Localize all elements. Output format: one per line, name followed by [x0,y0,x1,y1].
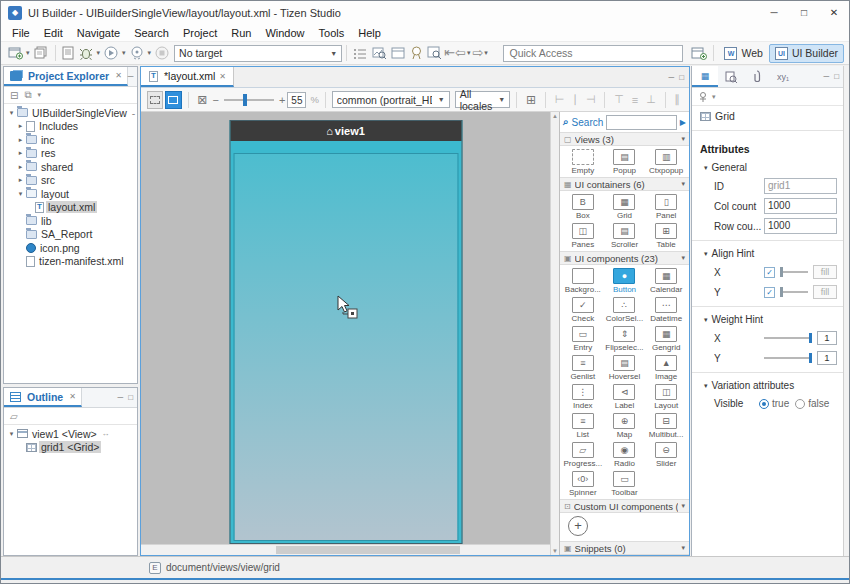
zoom-out-button[interactable]: − [212,94,218,106]
slider-thumb[interactable] [780,287,783,297]
search-dialog-button[interactable] [425,43,444,63]
menu-tools[interactable]: Tools [312,25,352,41]
chevron-down-icon[interactable]: ▾ [681,544,685,552]
window-view-button[interactable] [389,43,408,63]
menu-help[interactable]: Help [351,25,388,41]
close-window-button[interactable]: ✕ [819,1,849,25]
zoom-slider[interactable] [224,93,274,107]
tree-item-sa-report[interactable]: SA_Report [4,228,137,242]
align-bottom-button[interactable]: ⊥ [643,93,659,106]
new-wizard-button[interactable] [6,43,25,63]
palette-item-label[interactable]: ⊲Label [604,382,646,411]
visible-option-true[interactable]: true [759,398,789,409]
right-trim-bar[interactable] [843,66,849,556]
debug-button[interactable] [77,43,96,63]
palette-item-panes[interactable]: ◫Panes [562,221,604,250]
stop-button[interactable] [153,43,172,63]
tree-item-res[interactable]: ▸res [4,147,137,161]
mark-occurrences-button[interactable] [351,43,370,63]
palette-item-spinner[interactable]: ‹0›Spinner [562,469,604,498]
vertical-scrollbar[interactable]: ▲ ▼ [550,112,559,555]
tree-item-inc[interactable]: ▸inc [4,133,137,147]
menu-search[interactable]: Search [127,25,176,41]
palette-item-layout[interactable]: ◫Layout [645,382,687,411]
profile-button[interactable] [128,43,147,63]
palette-item-slider[interactable]: ⊖Slider [645,440,687,469]
palette-item-popup[interactable]: ▤Popup [604,147,646,176]
section-align-hint[interactable]: ▾Align Hint [692,245,843,262]
back-button[interactable]: ⇦ [455,43,466,63]
menu-project[interactable]: Project [176,25,224,41]
palette-item-gengrid[interactable]: ▦Gengrid [645,324,687,353]
minimize-window-button[interactable]: ─ [759,1,789,25]
close-tab-icon[interactable]: ✕ [219,72,226,81]
device-preview[interactable]: ⌂ view1 [229,120,462,544]
save-all-button[interactable] [32,43,51,63]
palette-section-ui-containers-6[interactable]: ▦UI containers (6)▾ [560,177,689,191]
align-right-button[interactable]: ⊣ [583,93,599,106]
maximize-view-button[interactable]: □ [128,393,133,402]
chevron-down-icon[interactable]: ▾ [7,430,16,438]
align-x-value[interactable]: fill [813,265,837,279]
palette-item-calendar[interactable]: ▦Calendar [645,266,687,295]
col-count-input[interactable]: 1000 [764,198,837,214]
section-weight-hint[interactable]: ▾Weight Hint [692,311,843,328]
resolution-combo[interactable]: common (portrait_HD)▼ [332,91,450,108]
scroll-down-icon[interactable]: ▼ [552,548,558,554]
palette-item-image[interactable]: ▲Image [645,353,687,382]
align-x-slider[interactable] [780,266,808,278]
palette-item-button[interactable]: ●Button [604,266,646,295]
palette-item-ctxpopup[interactable]: ▥Ctxpopup [645,147,687,176]
tree-item-layout-xml[interactable]: layout.xml [4,201,137,215]
target-combo[interactable]: No target▼ [174,45,342,62]
link-with-editor-button[interactable]: ⧉ [24,89,31,101]
palette-item-list[interactable]: ≡List [562,411,604,440]
palette-item-table[interactable]: ⊞Table [645,221,687,250]
analyze-button[interactable] [370,43,389,63]
outline-item-grid1[interactable]: grid1 <Grid> [4,441,137,455]
palette-search-input[interactable] [606,115,677,130]
outline-item-view1[interactable]: ▾view1 <View>↔ [4,427,137,441]
tab-attributes[interactable]: ▦ [692,66,718,87]
weight-y-slider[interactable] [764,352,812,364]
last-edit-location-button[interactable]: ⇤ [444,43,455,63]
run-menu-caret[interactable]: ▾ [122,49,126,57]
view-menu-caret[interactable]: ▾ [38,91,42,99]
minimize-view-button[interactable]: ─ [117,393,123,402]
palette-item-panel[interactable]: ▯Panel [645,192,687,221]
tree-item-lib[interactable]: lib [4,214,137,228]
source-view-toggle[interactable] [147,91,163,109]
palette-item-radio[interactable]: ◉Radio [604,440,646,469]
chevron-down-icon[interactable]: ▾ [681,135,685,143]
slider-thumb[interactable] [809,353,812,363]
palette-item-entry[interactable]: ▭Entry [562,324,604,353]
show-grid-button[interactable]: ⊞ [523,93,539,107]
align-top-button[interactable]: ⊤ [611,93,627,106]
open-perspective-button[interactable] [689,43,709,63]
new-wizard-menu-caret[interactable]: ▾ [26,49,30,57]
palette-item-flipselec[interactable]: ⇕Flipselec... [604,324,646,353]
palette-item-toolbar[interactable]: ▭Toolbar [604,469,646,498]
palette-item-genlist[interactable]: ≡Genlist [562,353,604,382]
section-variation-attributes[interactable]: ▾Variation attributes [692,377,843,394]
align-y-checkbox[interactable]: ✓ [764,287,775,298]
tab-project-explorer[interactable]: Project Explorer ✕ [4,67,128,86]
scroll-up-icon[interactable]: ▲ [552,113,558,119]
forward-button[interactable]: ⇨ [472,43,483,63]
debug-menu-caret[interactable]: ▾ [97,49,101,57]
chevron-down-icon[interactable]: ▾ [681,180,685,188]
palette-item-map[interactable]: ⊕Map [604,411,646,440]
align-y-slider[interactable] [780,286,808,298]
align-center-button[interactable]: ∣ [569,93,581,106]
palette-section-views-3[interactable]: ▢Views (3)▾ [560,132,689,146]
palette-item-check[interactable]: ✓Check [562,295,604,324]
palette-section-snippets-0[interactable]: ▣Snippets (0)▾ [560,541,689,555]
palette-item-box[interactable]: BBox [562,192,604,221]
tab-layout-xml[interactable]: *layout.xml ✕ [141,67,234,87]
fit-to-screen-button[interactable]: ⊠ [194,93,210,107]
outline-page-icon[interactable]: ▱ [10,411,18,422]
align-middle-button[interactable]: ≡ [629,94,641,106]
collapse-all-button[interactable]: ⊟ [10,90,18,101]
close-tab-icon[interactable]: ✕ [69,392,76,401]
add-custom-component-button[interactable]: + [568,516,588,536]
